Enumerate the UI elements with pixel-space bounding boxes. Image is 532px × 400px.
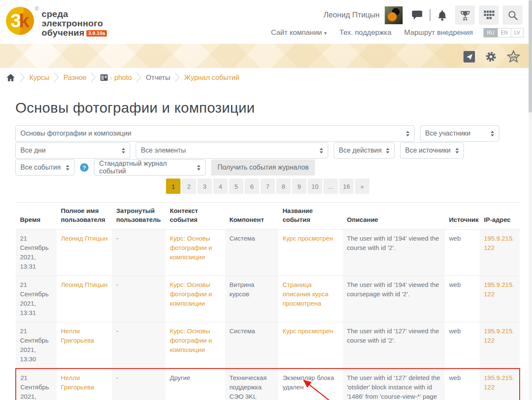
lang-button-en[interactable]: EN <box>498 28 512 37</box>
cell-affected-user: - <box>112 369 166 400</box>
cell-time: 21 Сентябрь 2021, 13:31 <box>16 276 57 322</box>
nav-item-1[interactable]: Тех. поддержка <box>339 28 391 37</box>
page-button-4[interactable]: 4 <box>213 179 228 194</box>
cell-user-fullname-link[interactable]: Леонид Птицын <box>61 235 108 242</box>
cell-event-name: Страница описания курса просмотрена <box>278 276 343 322</box>
page-button-16[interactable]: 16 <box>339 179 354 194</box>
chevron-right-icon <box>19 71 26 84</box>
logo-line3: обучения <box>42 28 85 37</box>
activities-filter-select[interactable]: Все элементы <box>136 142 328 159</box>
settings-button[interactable] <box>485 51 497 62</box>
pagination: 12345678910…16» <box>15 179 520 194</box>
page-button-8[interactable]: 8 <box>276 179 291 194</box>
logo[interactable]: 3k ® среда электронного обучения3.9.10a <box>6 3 107 38</box>
logo-k: k <box>19 10 29 31</box>
page-button-7[interactable]: 7 <box>260 179 275 194</box>
breadcrumb-item-5[interactable]: Журнал событий <box>184 74 240 82</box>
column-header-7: Источник <box>445 203 480 230</box>
log-filters: Основы фотографии и композиции Все участ… <box>15 125 520 176</box>
cell-time: 21 Сентябрь 2021, 13:30 <box>16 322 57 369</box>
cell-user-fullname: Леонид Птицын <box>57 276 112 322</box>
course-filter-select[interactable]: Основы фотографии и композиции <box>15 125 415 142</box>
cell-description: The user with id '127' deleted the 'otsl… <box>343 369 445 400</box>
cell-user-fullname-link[interactable]: Леонид Птицын <box>61 281 108 288</box>
page-button-2[interactable]: 2 <box>182 179 196 194</box>
page-button-5[interactable]: 5 <box>229 179 243 194</box>
cell-ip-address-link[interactable]: 195.9.215.122 <box>484 281 514 298</box>
cell-ip-address-link[interactable]: 195.9.215.122 <box>484 374 514 391</box>
scrollbar[interactable] <box>529 0 532 400</box>
cell-affected-user: - <box>112 276 166 322</box>
cell-event-name-link[interactable]: Курс просмотрен <box>283 327 333 335</box>
cell-event-context-link[interactable]: Курс: Основы фотографии и композиции <box>170 327 212 353</box>
page-button-9[interactable]: 9 <box>292 179 306 194</box>
help-icon[interactable]: ? <box>80 163 89 172</box>
cell-event-context: Другие <box>166 369 225 400</box>
nav-item-2[interactable]: Маршрут внедрения <box>404 28 473 37</box>
scrollbar-thumb[interactable] <box>529 0 532 113</box>
cell-component: Система <box>225 230 278 276</box>
breadcrumb-item-3[interactable]: photo <box>114 74 132 82</box>
nav-item-0[interactable]: Сайт компании▾ <box>271 28 327 37</box>
page-button-1[interactable]: 1 <box>166 179 180 194</box>
lang-button-ru[interactable]: RU <box>483 28 498 37</box>
activities-filter-value: Все элементы <box>141 147 186 154</box>
logo-3k-icon: 3k <box>6 7 34 35</box>
events-filter-value: Все события <box>20 164 61 171</box>
mini-chevron-icon: › <box>110 74 112 81</box>
cell-event-context-link[interactable]: Курс: Основы фотографии и композиции <box>170 235 212 261</box>
xp-button[interactable]: XP <box>507 50 520 63</box>
header-divider <box>430 9 430 21</box>
cell-description: The user with id '194' viewed the course… <box>343 276 445 322</box>
cell-event-name: Экземпляр блока удален <box>278 369 343 400</box>
annotation-arrow-icon <box>278 369 346 400</box>
lang-button-lv[interactable]: LV <box>511 28 523 37</box>
cell-user-fullname-link[interactable]: Нелли Григорьева <box>61 327 94 344</box>
messages-icon[interactable] <box>411 10 423 21</box>
avatar[interactable] <box>385 6 403 24</box>
paper-plane-icon <box>466 54 473 60</box>
column-header-2: Затронутый пользователь <box>112 203 166 230</box>
get-logs-button[interactable]: Получить события журналов <box>211 159 315 176</box>
chevron-right-icon <box>174 71 180 84</box>
user-name[interactable]: Леонид Птицын <box>323 11 380 20</box>
page-button-6[interactable]: 6 <box>245 179 259 194</box>
breadcrumb-item-2[interactable]: Разное <box>63 74 86 82</box>
send-button[interactable] <box>463 51 475 62</box>
search-icon <box>507 10 518 21</box>
page-button-10[interactable]: 10 <box>308 179 322 194</box>
cell-event-name-link[interactable]: Страница описания курса просмотрена <box>283 281 329 307</box>
breadcrumb-home-icon[interactable] <box>6 73 15 82</box>
cell-description: The user with id '127' viewed the course… <box>343 322 445 369</box>
events-filter-select[interactable]: Все события <box>15 159 74 176</box>
select-arrows-icon <box>320 146 323 155</box>
site-header: 3k ® среда электронного обучения3.9.10a … <box>0 0 532 44</box>
origins-filter-select[interactable]: Все источники <box>400 142 464 159</box>
select-arrows-icon <box>406 129 409 138</box>
log-reader-select[interactable]: Стандартный журнал событий <box>94 159 206 176</box>
cell-affected-user: - <box>112 230 166 276</box>
days-filter-select[interactable]: Все дни <box>15 142 130 159</box>
column-header-0: Время <box>16 203 57 230</box>
page-button-»[interactable]: » <box>355 179 369 194</box>
breadcrumb-item-1[interactable]: Курсы <box>29 74 49 82</box>
search-button[interactable] <box>503 6 523 25</box>
days-filter-value: Все дни <box>20 147 46 154</box>
cell-ip-address-link[interactable]: 195.9.215.122 <box>484 235 514 251</box>
select-arrows-icon <box>386 146 389 155</box>
cell-ip-address-link[interactable]: 195.9.215.122 <box>484 327 514 344</box>
actions-filter-select[interactable]: Все действия <box>334 142 395 159</box>
page-button-3[interactable]: 3 <box>197 179 212 194</box>
cell-user-fullname-link[interactable]: Нелли Григорьева <box>61 374 94 391</box>
registered-mark: ® <box>35 6 39 38</box>
cell-component: Техническая поддержка СЭО 3KL <box>225 369 278 400</box>
notifications-bell-icon[interactable] <box>437 10 447 21</box>
cell-event-name-link[interactable]: Курс просмотрен <box>283 235 333 242</box>
cell-event-context-link[interactable]: Курс: Основы фотографии и композиции <box>170 281 212 307</box>
cell-ip-address: 195.9.215.122 <box>480 230 520 276</box>
apps-grid-button[interactable] <box>479 6 499 25</box>
participants-filter-select[interactable]: Все участники <box>420 125 499 142</box>
cell-description: The user with id '194' viewed the course… <box>343 230 445 276</box>
page-button-…[interactable]: … <box>323 179 338 194</box>
achievements-trophy-button[interactable] <box>455 6 475 25</box>
